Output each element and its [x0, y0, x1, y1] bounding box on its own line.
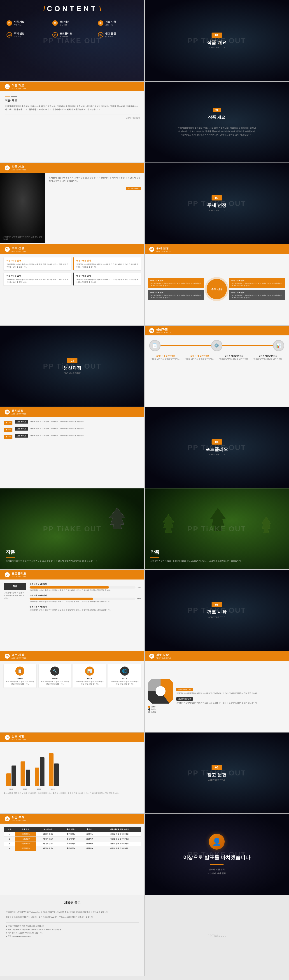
credit-legal3: 3. 디자인의 저작권은 PPTiakeout에 있습니다.: [6, 932, 139, 934]
credit-legal2: 2. 개인, 학업용으로 자유 이용 가능하나 상업적 재판매는 금지합니다.: [6, 928, 139, 931]
svg-marker-1: [163, 514, 174, 533]
nav-item-04: 04 포트폴리오포트폴리오: [51, 30, 94, 40]
slide-05-pie: 05 검토 사항 ADD YOUR TITLE 검토 1 검토 2: [144, 651, 289, 732]
nav-label-01: 작품 개요: [14, 20, 24, 24]
slide-02-dark: 02 주제 선정 ADD YOUR TITLE PP TiAKE OUT: [144, 163, 289, 244]
slide-05-icons: 05 검토 사항 ADD YOUR TITLE 📋 TITLE 프레젠테이션에서…: [0, 651, 144, 732]
credit-slide-right: PPTiakeout: [144, 895, 289, 976]
svg-marker-0: [109, 508, 125, 529]
slide-06-table: 06 참고 문헌 ADD YOUR TITLE 번호 작품 관련 페이지수요 출…: [0, 814, 144, 895]
slide-04-dark: 04 포트폴리오 ADD YOUR TITLE PP TiAKE OUT: [144, 407, 289, 488]
svg-marker-2: [210, 508, 226, 531]
header-add-title: ADD YOUR TITLE: [11, 88, 26, 89]
slide-04-img-right: 작품 프레젠테이션에서 좋은 미이프레이션을 갖고 간결합니다. 반드시 간결하…: [144, 488, 289, 570]
nav-item-06: 06 참고 문헌참고 문헌: [96, 30, 140, 40]
credit-body1: 본 프레젠테이션 템플릿은 PPTiakeout에서 제공되는 템플릿입니다. …: [6, 911, 139, 914]
content-body: 프레젠테이션에서 좋은 마이프레이션을 갖고 간결합니다. 간결에 내용 화려하…: [5, 105, 140, 111]
section-name-01: 작품 개요: [207, 40, 227, 46]
cover-title: CONTENT: [47, 5, 98, 13]
credit-title: 저작권 공고: [6, 901, 139, 905]
slide-05-dark: 05 검토 사항 ADD YOUR TITLE PP TiAKE OUT: [144, 570, 289, 651]
nav-item-01: 01 작품 개요작품 개요: [5, 18, 48, 28]
final-text: 이상으로 발표를 마치겠습니다: [183, 854, 250, 861]
slide-03-timeline: 03 생산과정 ADD YOUR TITLE 📄 ⚙️ 📊 글자 1~4를 입력…: [144, 325, 289, 407]
content-title: 작품 개요: [5, 98, 140, 102]
nav-item-03: 03 생산과정생산과정: [51, 18, 94, 28]
slide-02-diagram: 02 주제 선정 ADD YOUR TITLE 배경 1~4를 입력 프레젠테이…: [144, 244, 289, 325]
cover-slash-left: /: [43, 5, 45, 13]
slide-04-img-left: 작품 프레젠테이션에서 좋은 미이프레이션을 갖고 간결합니다. 반드시 간결하…: [0, 488, 144, 570]
credit-body2: 상업적 목적으로 재판매하거나 배포하는 것은 금지되어 있습니다. PPTia…: [6, 916, 139, 919]
slide-intro-right: 01 작품 개요 프레젠테이션에서 좋은 마이프레이션을 갖고 간결합니다. 간…: [144, 81, 289, 163]
svg-point-7: [156, 686, 165, 696]
slide-03-dark: 03 생산과정 ADD YOUR TITLE PP TiAKE OUT: [0, 325, 144, 407]
slide-intro-image: 01 작품 개요 ADD YOUR TITLE 프레젠테이션에서 좋은 마이프레…: [0, 163, 144, 244]
slide-04-progress: 04 포트폴리오 ADD YOUR TITLE 작품 프레젠테이션에서 좋은 미…: [0, 570, 144, 651]
header-title: 작품 개요: [11, 83, 26, 88]
add-title-01: ADD YOUR TITLE: [207, 46, 227, 49]
nav-num-01: 01: [6, 20, 12, 26]
nav-item-02: 02 주제 선정주제 선정: [5, 30, 48, 40]
svg-marker-3: [262, 517, 271, 533]
credit-legal4: 4. 문의: pptiakeout@gmail.com: [6, 935, 139, 937]
slide-06-dark: 06 참고 문헌 ADD YOUR TITLE PP TiAKE OUT: [144, 732, 289, 814]
author: 글쓴이: 내용 입력: [5, 117, 140, 119]
slide-01-dark: 01 01 작품 개요 ADD YOUR TITLE PP TiAKE OUT: [144, 0, 289, 81]
slide-02-boxes: 02 주제 선정 ADD YOUR TITLE 배경1 내용 입력 프레젠테이션…: [0, 244, 144, 325]
slide-05-barchart: 05 검토 사항 ADD YOUR TITLE: [0, 732, 144, 814]
header-num: 01: [5, 84, 10, 89]
slide-03-list: 03 생산과정 ADD YOUR TITLE 제1과 ADD TITLE 내용을…: [0, 407, 144, 488]
credit-legal1: 1. 본 PPT 템플릿은 저작권법에 의해 보호됩니다.: [6, 925, 139, 928]
cover-slash-right: \: [99, 5, 101, 13]
nav-item-05: 05 검토 사항검토 사항: [96, 18, 140, 28]
cover-slide: / CONTENT \ 01 작품 개요작품 개요 03 생산과정생산과정 05…: [0, 0, 144, 81]
credit-slide: 저작권 공고 본 프레젠테이션 템플릿은 PPTiakeout에서 제공되는 템…: [0, 895, 144, 976]
final-name: 발표자: 이름 입력: [209, 868, 225, 871]
final-date: 시간/날짜: 내용 입력: [208, 872, 226, 875]
section-num-01: 01: [211, 33, 222, 38]
final-slide: 👤 이상으로 발표를 마치겠습니다 발표자: 이름 입력 시간/날짜: 내용 입…: [144, 814, 289, 895]
slide-intro-text: 01 작품 개요 ADD YOUR TITLE 작품 개요 프레젠테이션에서 좋…: [0, 81, 144, 163]
